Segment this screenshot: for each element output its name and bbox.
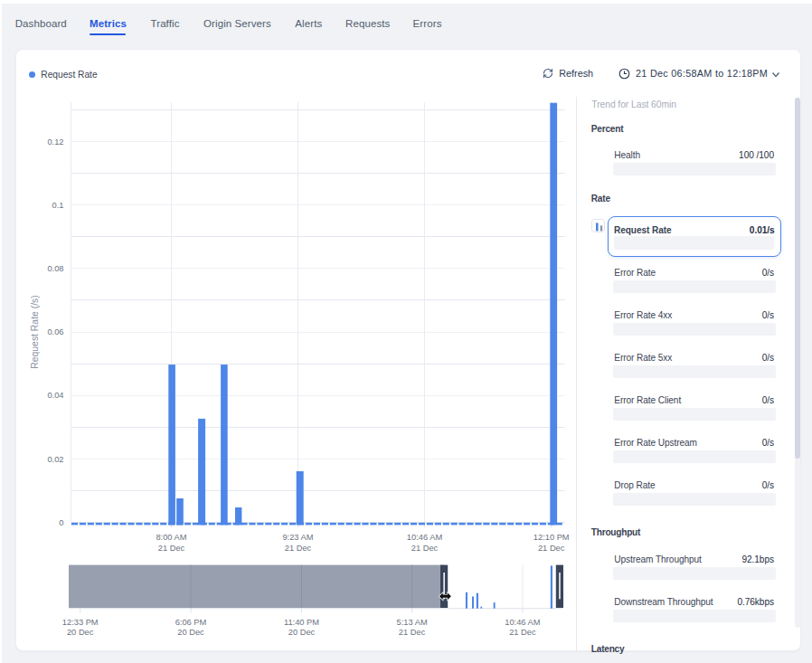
svg-text:10:46 AM: 10:46 AM [505, 618, 540, 627]
svg-text:5:13 AM: 5:13 AM [397, 618, 428, 627]
svg-text:0.06: 0.06 [47, 327, 63, 336]
svg-text:12:33 PM: 12:33 PM [62, 618, 99, 627]
svg-text:0.12: 0.12 [47, 137, 63, 147]
svg-text:20 Dec: 20 Dec [177, 628, 204, 637]
svg-text:11:40 PM: 11:40 PM [284, 618, 319, 627]
svg-text:0.08: 0.08 [47, 264, 63, 273]
svg-text:0: 0 [59, 518, 63, 527]
svg-text:21 Dec: 21 Dec [538, 544, 565, 553]
svg-text:21 Dec: 21 Dec [285, 544, 312, 553]
svg-text:9:23 AM: 9:23 AM [282, 533, 313, 542]
svg-text:20 Dec: 20 Dec [288, 628, 316, 637]
svg-text:21 Dec: 21 Dec [399, 628, 426, 637]
svg-text:21 Dec: 21 Dec [158, 544, 185, 553]
svg-text:0.1: 0.1 [52, 201, 64, 210]
svg-text:0.04: 0.04 [47, 391, 63, 400]
svg-text:6:06 PM: 6:06 PM [175, 618, 207, 627]
svg-text:Request Rate (/s): Request Rate (/s) [30, 295, 40, 368]
svg-text:0.02: 0.02 [47, 455, 63, 464]
svg-text:20 Dec: 20 Dec [67, 628, 94, 637]
svg-text:12:10 PM: 12:10 PM [533, 533, 570, 542]
svg-text:21 Dec: 21 Dec [509, 628, 536, 637]
svg-text:8:00 AM: 8:00 AM [156, 533, 186, 542]
svg-text:21 Dec: 21 Dec [411, 544, 439, 553]
svg-text:10:46 AM: 10:46 AM [407, 533, 442, 542]
